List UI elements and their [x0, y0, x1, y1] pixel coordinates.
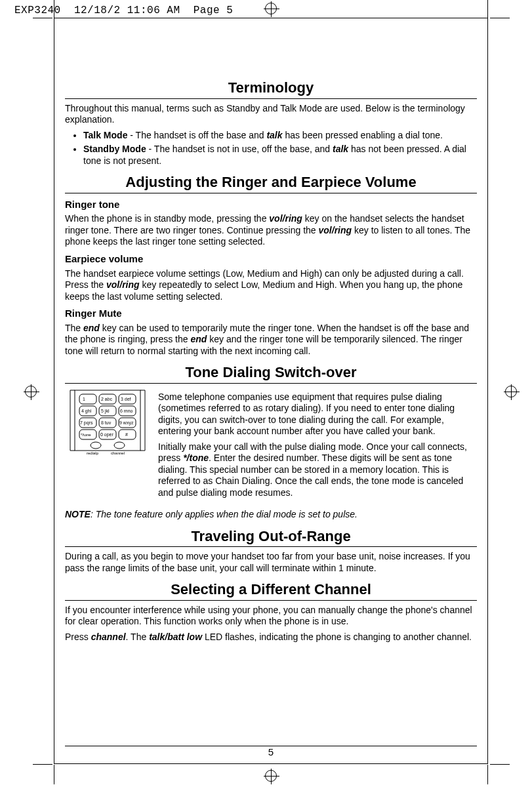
body-text: Initially make your call with the pulse … — [158, 441, 477, 499]
list-item: Standby Mode - The handset is not in use… — [83, 144, 477, 167]
keypad-key-label: # — [125, 432, 128, 437]
divider — [65, 193, 477, 193]
crop-mark-icon — [33, 764, 52, 765]
crop-mark-icon — [487, 0, 488, 20]
key-name: */tone — [183, 453, 209, 463]
section-title-tone-switch: Tone Dialing Switch-over — [65, 363, 477, 382]
print-job-header: EXP3240 12/18/2 11:06 AM Page 5 — [14, 4, 233, 17]
divider — [65, 600, 477, 601]
earpiece-volume-heading: Earpiece volume — [65, 253, 477, 266]
svg-point-14 — [114, 442, 125, 449]
key-name: talk — [266, 130, 282, 140]
key-name: vol/ring — [319, 225, 352, 235]
keypad-illustration-icon: .kt { font: 7px Helvetica, Arial, sans-s… — [65, 389, 150, 464]
body-text: - The handset is not in use, off the bas… — [146, 144, 333, 154]
section-title-channel: Selecting a Different Channel — [65, 580, 477, 599]
crop-mark-icon — [487, 765, 488, 784]
body-text: : The tone feature only applies when the… — [91, 509, 358, 519]
list-item: Talk Mode - The handset is off the base … — [83, 130, 477, 142]
keypad-key-label: 4 ghi — [81, 409, 92, 414]
channel-body-1: If you encounter interference while usin… — [65, 605, 477, 628]
registration-mark-icon — [25, 386, 37, 397]
svg-rect-1 — [79, 394, 96, 404]
section-title-terminology: Terminology — [65, 79, 477, 97]
divider — [65, 98, 477, 99]
crop-mark-icon — [54, 0, 54, 20]
crop-mark-icon — [33, 18, 52, 18]
keypad-caption: channel — [111, 451, 125, 455]
terminology-intro: Throughout this manual, terms such as St… — [65, 103, 477, 126]
key-name: end — [190, 334, 207, 344]
keypad-key-label: 3 def — [121, 397, 131, 401]
keypad-key-label: 2 abc — [101, 397, 113, 401]
divider — [65, 383, 477, 384]
keypad-key-label: 1 — [83, 397, 85, 401]
body-text: When the phone is in standby mode, press… — [65, 213, 269, 224]
body-text: The — [65, 323, 83, 333]
key-name: vol/ring — [106, 279, 140, 290]
registration-mark-icon — [265, 3, 277, 14]
tone-switch-text: Some telephone companies use equipment t… — [158, 389, 477, 503]
note-text: NOTE: The tone feature only applies when… — [65, 509, 477, 521]
key-name: channel — [91, 632, 126, 642]
keypad-key-label: 0 oper — [100, 432, 114, 437]
content-area: Terminology Throughout this manual, term… — [65, 72, 477, 647]
body-text: has been pressed enabling a dial tone. — [283, 130, 443, 140]
key-name: talk/batt low — [149, 632, 202, 642]
manual-page: EXP3240 12/18/2 11:06 AM Page 5 Terminol… — [0, 0, 532, 787]
keypad-key-label: */tone — [81, 433, 91, 437]
section-title-volume: Adjusting the Ringer and Earpiece Volume — [65, 173, 477, 192]
tone-switch-row: .kt { font: 7px Helvetica, Arial, sans-s… — [65, 389, 477, 503]
body-text: Some telephone companies use equipment t… — [158, 392, 477, 437]
divider — [65, 546, 477, 547]
section-title-out-of-range: Traveling Out-of-Range — [65, 527, 477, 546]
registration-mark-icon — [265, 770, 277, 782]
keypad-key-label: 5 jkl — [101, 409, 110, 414]
channel-body-2: Press channel. The talk/batt low LED fla… — [65, 632, 477, 643]
key-name: vol/ring — [269, 213, 302, 224]
ringer-tone-heading: Ringer tone — [65, 199, 477, 211]
page-number: 5 — [65, 746, 477, 759]
ringer-tone-body: When the phone is in standby mode, press… — [65, 213, 477, 248]
ringer-mute-body: The end key can be used to temporarily m… — [65, 323, 477, 357]
key-name: talk — [333, 144, 348, 154]
keypad-key-label: 9 wxyz — [119, 420, 134, 426]
ringer-mute-heading: Ringer Mute — [65, 308, 477, 320]
body-text: . The — [126, 632, 150, 642]
body-text: Press — [65, 632, 91, 642]
key-name: end — [83, 323, 100, 333]
body-text: - The handset is off the base and — [127, 130, 266, 140]
standby-mode-label: Standby Mode — [83, 144, 146, 154]
keypad-caption: redialp — [87, 451, 99, 455]
keypad-key-label: 6 mno — [120, 409, 133, 413]
registration-mark-icon — [505, 386, 517, 397]
talk-mode-label: Talk Mode — [83, 130, 127, 140]
earpiece-volume-body: The handset earpiece volume settings (Lo… — [65, 268, 477, 303]
note-label: NOTE — [65, 509, 91, 519]
body-text: LED flashes, indicating the phone is cha… — [202, 632, 472, 642]
terminology-list: Talk Mode - The handset is off the base … — [83, 130, 477, 167]
keypad-key-label: 7 pqrs — [80, 420, 93, 426]
keypad-key-label: 8 tuv — [101, 420, 112, 425]
crop-mark-icon — [490, 18, 510, 18]
svg-point-13 — [91, 442, 101, 449]
crop-mark-icon — [490, 764, 510, 765]
out-of-range-body: During a call, as you begin to move your… — [65, 551, 477, 574]
crop-mark-icon — [54, 765, 54, 784]
